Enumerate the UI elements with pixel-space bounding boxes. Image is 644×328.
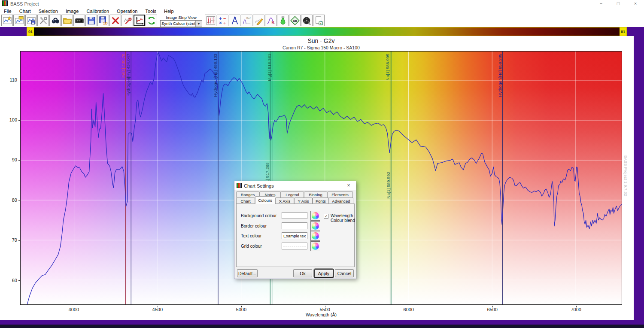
text-colour-picker-button[interactable] (310, 231, 320, 241)
tab-y-axis[interactable]: Y Axis (294, 197, 313, 204)
svg-text:Ab: Ab (292, 18, 297, 22)
bass-main-window: BASS Project −□× FileChartSelectionImage… (0, 0, 644, 27)
element-lines-button[interactable]: 123 (205, 15, 216, 26)
menu-item-image[interactable]: Image (62, 8, 83, 14)
menu-item-file[interactable]: File (0, 8, 15, 14)
delete-icon (111, 16, 120, 25)
y-tick-mark (18, 160, 20, 161)
measure-button[interactable] (229, 15, 240, 26)
tab-elements[interactable]: Elements (327, 191, 353, 197)
tab-binning[interactable]: Binning (304, 191, 327, 197)
open-profile-icon (15, 16, 24, 25)
border-colour-picker-button[interactable] (310, 221, 320, 231)
save-button[interactable] (85, 15, 97, 26)
tab-legend[interactable]: Legend (281, 191, 304, 197)
menu-item-tools[interactable]: Tools (141, 8, 160, 14)
toolbar-group-1: 1D (1, 15, 158, 26)
image-strip-view-select[interactable]: Synth Colour (stretch) ▼ (160, 20, 202, 27)
open-profile-button[interactable] (13, 15, 25, 26)
absorption-lines-icon: Ab (290, 16, 300, 25)
minimize-button[interactable]: − (592, 0, 610, 8)
search-button[interactable] (49, 15, 61, 26)
dialog-title: Chart Settings (244, 183, 340, 188)
film-strip-button[interactable] (301, 15, 313, 26)
y-tick-mark (18, 120, 20, 121)
element-line-label: Mg[1] 518.361 (267, 54, 272, 81)
colour-sphere-icon (312, 232, 319, 240)
save-1d-button[interactable]: 1D (97, 15, 109, 26)
titlebar[interactable]: BASS Project −□× (0, 0, 644, 8)
menu-item-help[interactable]: Help (160, 8, 178, 14)
reference-profile-button[interactable]: Ref (241, 15, 252, 26)
dialog-titlebar[interactable]: Chart Settings × (234, 181, 356, 190)
colours-tab-page: ✓ Wavelength Colour blend Background col… (236, 203, 355, 267)
grid-colour-picker-button[interactable] (310, 241, 320, 251)
crop-profile-button[interactable] (134, 15, 145, 26)
tab-chart[interactable]: Chart (236, 197, 255, 204)
close-button[interactable]: × (627, 0, 644, 8)
elements-chemistry-button[interactable] (277, 15, 289, 26)
crop-profile-icon (135, 16, 144, 25)
cancel-button[interactable]: Cancel (335, 269, 354, 277)
tab-colours[interactable]: Colours (255, 196, 275, 204)
background-colour-row: Background colour (237, 212, 354, 221)
refresh-button[interactable] (146, 15, 157, 26)
svg-text:3: 3 (212, 16, 213, 18)
export-spreadsheet-button[interactable]: x (313, 15, 325, 26)
image-strip-panel: 01 01 (27, 27, 627, 36)
tab-fonts[interactable]: Fonts (313, 197, 329, 204)
chevron-down-icon[interactable]: ▼ (195, 21, 202, 27)
y-tick-mark (18, 240, 20, 241)
strip-tag-right: 01 (620, 27, 626, 36)
element-line-label: Na[1] 588.995 (385, 54, 390, 81)
edit-profile-button[interactable] (253, 15, 264, 26)
dialog-close-button[interactable]: × (342, 182, 355, 190)
image-strip[interactable] (34, 27, 620, 36)
svg-text:×: × (219, 20, 222, 25)
app-icon (2, 0, 8, 8)
element-line-label: Fe[1] 430.79 (121, 54, 125, 78)
image-strip-view-group: Image Strip View Synth Colour (stretch) … (160, 15, 203, 27)
maximize-button[interactable]: □ (610, 0, 627, 8)
tools-button[interactable] (37, 15, 49, 26)
instrument-response-icon: K (266, 16, 276, 25)
window-title: BASS Project (10, 1, 39, 6)
y-tick-label: 80 (4, 197, 17, 203)
default-button[interactable]: Default... (237, 269, 258, 277)
new-profile-icon (3, 16, 12, 25)
tab-x-axis[interactable]: X Axis (275, 197, 294, 204)
open-image-button[interactable] (61, 15, 73, 26)
tab-row-2: ChartColoursX AxisY AxisFontsAdvanced (236, 197, 353, 204)
background-colour-input[interactable] (282, 212, 307, 219)
menu-item-chart[interactable]: Chart (15, 8, 35, 14)
y-tick-label: 90 (4, 157, 17, 162)
text-colour-input[interactable] (282, 232, 307, 239)
x-tick-mark (241, 306, 242, 307)
ok-button[interactable]: Ok (293, 269, 312, 277)
math-operations-button[interactable]: +−×÷ (217, 15, 228, 26)
svg-text:1: 1 (207, 16, 209, 18)
measure-icon (230, 16, 240, 25)
apply-button[interactable]: Apply (314, 269, 333, 277)
absorption-lines-button[interactable]: Ab (289, 15, 301, 26)
save-profile-button[interactable] (25, 15, 37, 26)
colour-sphere-icon (312, 222, 319, 230)
taskbar[interactable] (0, 325, 644, 328)
background-colour-label: Background colour (241, 213, 276, 218)
menu-item-selection[interactable]: Selection (35, 8, 62, 14)
capture-button[interactable] (73, 15, 85, 26)
new-profile-button[interactable] (1, 15, 13, 26)
x-tick-mark (576, 306, 577, 307)
image-strip-view-value: Synth Colour (stretch) (161, 21, 195, 27)
x-tick-mark (158, 306, 158, 307)
instrument-response-button[interactable]: K (265, 15, 276, 26)
border-colour-input[interactable] (282, 222, 307, 229)
y-tick-label: 100 (4, 117, 17, 122)
tab-advanced[interactable]: Advanced (329, 197, 353, 204)
save-1d-icon: 1D (99, 16, 108, 25)
menu-item-operation[interactable]: Operation (113, 8, 141, 14)
delete-button[interactable] (109, 15, 121, 26)
menu-item-calibration[interactable]: Calibration (82, 8, 113, 14)
background-colour-picker-button[interactable] (310, 211, 320, 221)
repair-profile-button[interactable] (122, 15, 133, 26)
